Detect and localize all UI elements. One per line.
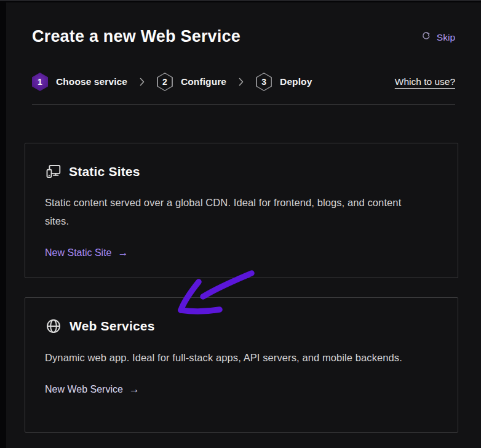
page-title: Create a new Web Service bbox=[32, 27, 240, 46]
globe-icon bbox=[45, 318, 62, 335]
service-type-list: Static Sites Static content served over … bbox=[25, 143, 458, 433]
window-top-hairline bbox=[0, 0, 481, 1]
devices-icon bbox=[45, 163, 62, 180]
new-static-site-label: New Static Site bbox=[45, 247, 111, 258]
new-static-site-link[interactable]: New Static Site → bbox=[45, 247, 128, 259]
step-1-hexagon-badge: 1 bbox=[32, 73, 48, 91]
step-1-label: Choose service bbox=[56, 76, 127, 87]
arrow-right-icon: → bbox=[117, 247, 128, 259]
step-choose-service[interactable]: 1 Choose service bbox=[32, 73, 127, 91]
web-services-description: Dynamic web app. Ideal for full-stack ap… bbox=[45, 348, 426, 367]
skip-label: Skip bbox=[437, 32, 455, 43]
step-3-label: Deploy bbox=[280, 76, 312, 87]
step-2-label: Configure bbox=[181, 76, 226, 87]
step-3-hexagon-badge: 3 bbox=[256, 73, 272, 91]
stepper: 1 Choose service 2 Configure bbox=[32, 73, 455, 91]
chevron-right-icon bbox=[140, 78, 145, 86]
web-services-card[interactable]: Web Services Dynamic web app. Ideal for … bbox=[25, 297, 458, 433]
static-sites-description: Static content served over a global CDN.… bbox=[45, 193, 426, 230]
header-divider bbox=[32, 104, 455, 105]
static-sites-card[interactable]: Static Sites Static content served over … bbox=[25, 143, 458, 278]
create-service-panel: Create a new Web Service Skip 1 Choose s… bbox=[6, 2, 481, 448]
new-web-service-label: New Web Service bbox=[45, 384, 123, 395]
step-configure[interactable]: 2 Configure bbox=[157, 73, 226, 91]
new-web-service-link[interactable]: New Web Service → bbox=[45, 383, 140, 396]
static-sites-title: Static Sites bbox=[69, 164, 140, 179]
redo-arrow-icon bbox=[421, 31, 431, 44]
skip-button[interactable]: Skip bbox=[421, 31, 455, 44]
arrow-right-icon: → bbox=[129, 383, 140, 396]
step-2-hexagon-badge: 2 bbox=[157, 73, 173, 91]
header: Create a new Web Service Skip 1 Choose s… bbox=[6, 2, 481, 105]
step-deploy[interactable]: 3 Deploy bbox=[256, 73, 312, 91]
which-to-use-link[interactable]: Which to use? bbox=[395, 76, 455, 87]
chevron-right-icon bbox=[239, 78, 244, 86]
web-services-title: Web Services bbox=[70, 319, 155, 334]
